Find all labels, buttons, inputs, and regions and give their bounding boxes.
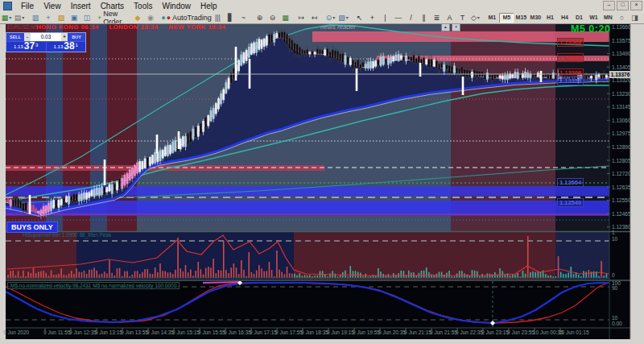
zoom-out-button[interactable]: ⊖ — [266, 12, 279, 23]
chart-candles-button[interactable]: ▋ — [224, 12, 237, 23]
price-axis-label[interactable]: 1.13575 — [612, 38, 631, 44]
time-axis-label[interactable]: 9 Jun 16:35 — [224, 329, 251, 335]
menu-item-view[interactable]: View — [39, 0, 66, 11]
fibonacci-button[interactable]: ≣ — [430, 12, 443, 23]
indicators-button[interactable]: ⊙▾ — [324, 12, 336, 23]
time-axis-label[interactable]: 9 Jun 21:55 — [430, 329, 457, 335]
time-axis-label[interactable]: 9 Jun 21:15 — [404, 329, 431, 335]
time-axis-label[interactable]: 9 Jun 20:35 — [378, 329, 406, 335]
timeframe-m15-button[interactable]: M15 — [514, 13, 528, 23]
price-axis-label[interactable]: 1.12380 — [612, 224, 631, 230]
time-axis-label[interactable]: 9 Jun 13:15 — [95, 329, 122, 335]
chart-shift-button[interactable]: ↤ — [308, 12, 320, 23]
timeframe-d1-button[interactable]: D1 — [572, 13, 586, 23]
price-axis-label[interactable]: 1.12805 — [612, 158, 631, 164]
metaeditor-button[interactable]: ◆ — [131, 12, 144, 23]
sell-button[interactable]: SELL — [6, 33, 24, 41]
time-axis-label[interactable]: 9 Jun 22:35 — [456, 329, 483, 335]
timeframe-m30-button[interactable]: M30 — [528, 13, 543, 23]
new-order-button[interactable]: +New Order — [97, 12, 131, 23]
time-axis-label[interactable]: 9 Jun 23:55 — [507, 329, 535, 335]
session-clock: HONG KONG 06:34 — [36, 23, 98, 31]
time-axis-label[interactable]: 9 Jun 2020 — [3, 329, 29, 335]
tile-windows-button[interactable]: ▦ — [279, 12, 291, 23]
menu-item-window[interactable]: Window — [157, 0, 196, 11]
price-axis-label[interactable]: 1.12890 — [612, 144, 631, 150]
time-axis-label[interactable]: 9 Jun 19:15 — [327, 329, 354, 335]
price-axis-label[interactable]: 1.12720 — [612, 171, 631, 176]
templates-button[interactable]: ▧▾ — [336, 12, 349, 23]
strategy-tester-icon: ◫ — [84, 14, 91, 22]
vertical-line-button[interactable]: | — [378, 12, 391, 23]
time-axis-label[interactable]: 9 Jun 17:55 — [275, 329, 303, 335]
crosshair-button[interactable]: + — [365, 12, 378, 23]
strategy-tester-button[interactable]: ◫ — [80, 12, 93, 23]
price-axis-label[interactable]: 1.12975 — [612, 131, 631, 136]
time-axis-label[interactable]: 9 Jun 13:55 — [121, 329, 148, 335]
time-axis-label[interactable]: 9 Jun 18:35 — [301, 329, 328, 335]
time-axis-label[interactable]: 9 Jun 12:35 — [69, 329, 97, 335]
chart-bars-button[interactable]: ||| — [211, 12, 224, 23]
time-axis-label[interactable]: 9 Jun 15:55 — [198, 329, 225, 335]
mql-community-button[interactable]: ◉ — [144, 12, 157, 23]
navigator-button[interactable]: ▨ — [55, 12, 68, 23]
horizontal-line-button[interactable]: — — [391, 12, 404, 23]
docked-window-button[interactable]: ◨ — [628, 12, 641, 23]
price-axis-label[interactable]: 1.13660 — [612, 24, 631, 30]
text-label-button[interactable]: T — [456, 12, 469, 23]
menu-item-charts[interactable]: Charts — [96, 0, 129, 11]
price-axis-label[interactable]: 1.13230 — [612, 91, 631, 97]
new-chart-icon: ▦ — [2, 14, 9, 22]
timeframe-h1-button[interactable]: H1 — [543, 13, 557, 23]
time-axis-label[interactable]: 9 Jun 15:15 — [172, 329, 200, 335]
price-axis-label[interactable]: 1.12635 — [612, 184, 631, 190]
timeframe-m1-button[interactable]: M1 — [485, 13, 499, 23]
zoom-in-button[interactable]: ⊕ — [253, 12, 266, 23]
chart-canvas[interactable] — [0, 0, 644, 344]
price-axis-label[interactable]: 1.13145 — [612, 104, 631, 110]
time-axis-label[interactable]: 9 Jun 17:15 — [250, 329, 277, 335]
osc-axis-label: 10 — [612, 315, 617, 321]
new-chart-button[interactable]: ▦▾ — [0, 12, 13, 23]
search-button[interactable]: ○ — [615, 12, 628, 23]
time-axis-label[interactable]: 9 Jun 11:55 — [43, 329, 71, 335]
channel-button[interactable]: ∥ — [417, 12, 430, 23]
arrow-tools-button[interactable]: ◇▾ — [469, 12, 481, 23]
timeframe-mn-button[interactable]: MN — [601, 13, 615, 23]
price-axis-label[interactable]: 1.13490 — [612, 51, 631, 56]
menu-item-help[interactable]: Help — [196, 0, 222, 11]
chart-line-button[interactable]: ~ — [237, 12, 250, 23]
minimize-button[interactable]: – — [603, 1, 615, 10]
menu-item-file[interactable]: File — [16, 0, 39, 11]
profiles-button[interactable]: ▤▾ — [13, 12, 26, 23]
time-axis-label[interactable]: 9 Jun 23:15 — [481, 329, 509, 335]
close-button[interactable]: × — [630, 1, 642, 10]
timeframe-h4-button[interactable]: H4 — [557, 13, 572, 23]
buy-price[interactable]: 1.13 38 1 — [47, 42, 86, 52]
trendline-button[interactable]: / — [404, 12, 417, 23]
autotrading-button[interactable]: ●AutoTrading — [170, 12, 208, 23]
crosshair-icon: + — [370, 14, 374, 22]
time-axis-label[interactable]: 9 Jun 14:35 — [147, 329, 174, 335]
price-axis-label[interactable]: 1.13060 — [612, 118, 631, 123]
restore-button[interactable]: □ — [617, 1, 629, 10]
timeframe-w1-button[interactable]: W1 — [586, 13, 601, 23]
time-axis-label[interactable]: 9 Jun 19:55 — [353, 329, 380, 335]
price-axis-label[interactable]: 1.12550 — [612, 197, 631, 203]
sell-price[interactable]: 1.13 37 3 — [6, 42, 47, 52]
auto-scroll-button[interactable]: ↦ — [295, 12, 308, 23]
market-watch-button[interactable]: ▥ — [29, 12, 42, 23]
news-reader-collapse-button[interactable]: ▴ — [441, 23, 450, 31]
news-reader-close-button[interactable]: × — [452, 23, 460, 31]
terminal-button[interactable]: ▣ — [68, 12, 80, 23]
data-window-button[interactable]: + — [42, 12, 55, 23]
price-axis-label[interactable]: 1.12465 — [612, 211, 631, 217]
price-axis-label[interactable]: 1.13405 — [612, 64, 631, 70]
timeframe-m5-button[interactable]: M5 — [499, 13, 514, 23]
text-button[interactable]: A — [443, 12, 456, 23]
time-axis-label[interactable]: 10 Jun 01:15 — [559, 329, 589, 335]
price-axis-label[interactable]: 1.13320 — [612, 77, 631, 83]
cursor-button[interactable]: ↖ — [353, 12, 365, 23]
menu-item-tools[interactable]: Tools — [129, 0, 157, 11]
menu-item-insert[interactable]: Insert — [66, 0, 96, 11]
